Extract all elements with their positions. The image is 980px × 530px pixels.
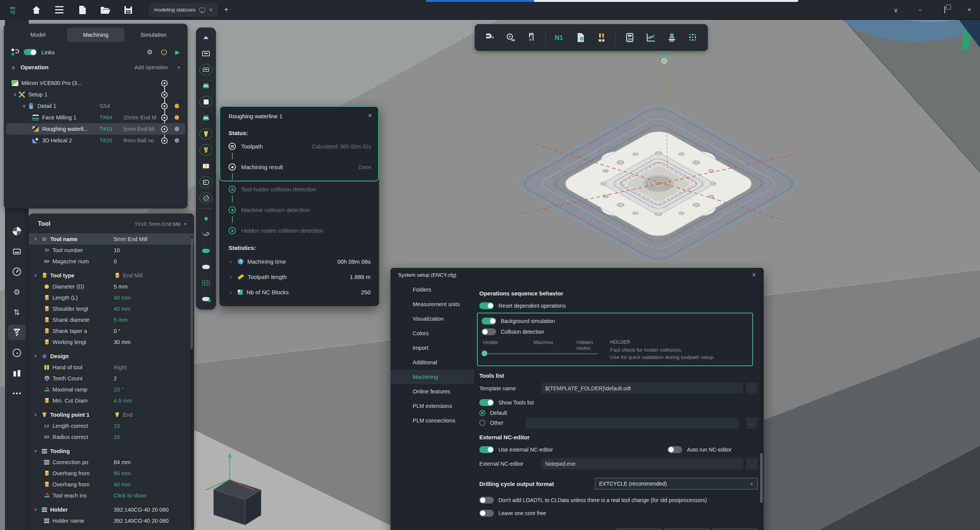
prop-length-correct[interactable]: L# Length correct 10: [29, 420, 194, 431]
sidebar-item-columns[interactable]: [8, 365, 26, 381]
prop-length[interactable]: Length (L) 40 mm: [29, 292, 194, 303]
collision-detection-toggle-row[interactable]: Collision detection: [482, 326, 748, 337]
prop-design-group[interactable]: ∨ ⚙ Design: [29, 351, 194, 362]
prop-tool-reach[interactable]: Tool reach ins Click to show: [29, 490, 194, 501]
chevron-down-icon[interactable]: ∨: [21, 103, 28, 109]
prop-tool-number[interactable]: T# Tool number 10: [29, 245, 194, 256]
prop-connection-point[interactable]: Connection po 84 mm: [29, 457, 194, 468]
window-dropdown-button[interactable]: ∨: [891, 7, 900, 14]
collision-level-slider[interactable]: [482, 353, 598, 354]
mesh-display-icon[interactable]: [199, 277, 213, 289]
stock-visibility-icon[interactable]: [199, 192, 213, 204]
menu-item-measurement-units[interactable]: Measurement units: [390, 297, 474, 311]
apply-button[interactable]: Apply: [712, 528, 758, 530]
visibility-icon[interactable]: [161, 91, 168, 98]
prop-overhang-2[interactable]: Overhang from 40 mm: [29, 479, 194, 490]
result-display-icon[interactable]: [199, 293, 213, 305]
default-radio-row[interactable]: Default: [479, 408, 758, 418]
drilling-format-select[interactable]: EXTCYCLE (recommended) ∨: [595, 478, 758, 489]
tab-machining[interactable]: Machining: [67, 28, 125, 42]
toolpath-display-icon[interactable]: [199, 245, 213, 257]
fixture-visibility-icon[interactable]: [199, 112, 213, 124]
use-nc-editor-toggle-row[interactable]: Use external NC-editor: [479, 444, 553, 455]
slider-label-hidden-nodes[interactable]: Hidden nodes: [577, 339, 604, 351]
background-simulation-toggle-row[interactable]: Background simulation: [482, 316, 748, 326]
tree-row-face-milling[interactable]: Face Milling 1 T#64 20mm End M: [4, 112, 188, 123]
status-step-toolpath[interactable]: Toolpath Calculated: 00h 00m 02s: [229, 143, 371, 150]
operations-settings-icon[interactable]: ⚙: [147, 48, 152, 56]
save-button[interactable]: [123, 5, 133, 15]
prop-tooling-group[interactable]: ∨ Tooling: [29, 445, 194, 457]
show-tools-list-toggle-row[interactable]: Show Tools list: [479, 397, 758, 408]
sidebar-item-tool[interactable]: [8, 325, 26, 340]
close-icon[interactable]: ×: [752, 271, 756, 279]
scrollbar[interactable]: [760, 285, 763, 530]
browse-other-button[interactable]: ...: [746, 417, 758, 429]
visibility-icon[interactable]: [161, 114, 168, 121]
prop-shank-diameter[interactable]: Shank diamete 5 mm: [29, 314, 194, 325]
slider-label-machine[interactable]: Machine: [534, 339, 553, 345]
scrollbar[interactable]: [191, 236, 193, 527]
document-tab[interactable]: modeling statuses ×: [149, 3, 218, 17]
workpiece-visibility-icon[interactable]: [199, 96, 213, 108]
prop-min-cut-diameter[interactable]: Min. Cut Diam 4.5 mm: [29, 395, 194, 406]
prop-tool-name[interactable]: ∨ ID Tool name 5mm End Mill: [29, 233, 194, 245]
recalculate-icon[interactable]: [161, 49, 167, 55]
menu-item-machining[interactable]: Machining: [390, 370, 474, 384]
home-button[interactable]: [31, 5, 41, 15]
prop-shank-taper[interactable]: Shank taper a 0 °: [29, 325, 194, 336]
status-step-machining-result[interactable]: Machining result Done: [229, 163, 371, 171]
links-toggle[interactable]: [24, 49, 37, 55]
expand-icon[interactable]: ›: [230, 259, 234, 265]
sidebar-item-dashboard[interactable]: [8, 264, 26, 279]
machine-visibility-icon[interactable]: [199, 47, 213, 60]
point-display-icon[interactable]: [199, 212, 213, 225]
prop-hand-of-tool[interactable]: Hand of tool Right: [29, 362, 194, 373]
visibility-icon[interactable]: [161, 103, 168, 109]
slider-label-holder[interactable]: Holder: [483, 339, 498, 345]
expand-icon[interactable]: ›: [230, 289, 234, 295]
visibility-icon[interactable]: [161, 137, 168, 144]
new-tab-button[interactable]: +: [224, 5, 229, 14]
machine-housing-visibility-icon[interactable]: [199, 64, 213, 76]
other-template-input[interactable]: [526, 417, 738, 429]
tree-row-detail[interactable]: ∨ Detail 1 G54: [4, 100, 188, 112]
stat-nc-blocks[interactable]: › Nb of NC Blocks 250: [230, 289, 371, 295]
measure-button[interactable]: [502, 29, 519, 46]
tab-simulation[interactable]: Simulation: [124, 28, 182, 42]
menu-item-folders[interactable]: Folders: [390, 282, 474, 297]
slider-knob[interactable]: [482, 351, 487, 356]
visibility-icon[interactable]: [161, 80, 168, 86]
tool-assembly-button[interactable]: [663, 29, 681, 46]
sidebar-item-gauge[interactable]: [8, 345, 26, 360]
cancel-button[interactable]: Cancel: [665, 528, 710, 530]
surface-display-icon[interactable]: [199, 261, 213, 273]
postprocessor-button[interactable]: [572, 29, 590, 46]
snap-button[interactable]: [481, 29, 498, 46]
menu-item-plm-extensions[interactable]: PLM extensions: [390, 399, 474, 413]
prop-tool-type[interactable]: ∨ Tool type End Mill: [29, 270, 194, 281]
statistics-button[interactable]: [642, 29, 660, 46]
chevron-down-icon[interactable]: ∨: [11, 92, 18, 97]
menu-button[interactable]: [54, 5, 64, 15]
click-to-show-link[interactable]: Click to show: [114, 492, 146, 499]
tool-library-button[interactable]: [593, 29, 611, 46]
window-minimize-button[interactable]: –: [916, 7, 925, 13]
menu-item-plm-connections[interactable]: PLM connections: [390, 413, 474, 428]
collapse-operation-icon[interactable]: ∧: [11, 65, 15, 70]
sidebar-item-machine[interactable]: [8, 244, 26, 259]
expand-icon[interactable]: ›: [230, 274, 234, 280]
calculator-button[interactable]: [621, 29, 639, 46]
menu-item-online-features[interactable]: Online features: [390, 384, 474, 399]
status-check-machine[interactable]: Machine collision detection: [229, 206, 371, 214]
collapse-toolbar-icon[interactable]: [199, 31, 213, 44]
add-operation-button[interactable]: Add operation: [134, 64, 168, 70]
auto-run-nc-editor-toggle-row[interactable]: Auto run NC-editor: [668, 444, 732, 455]
status-check-hidden-nodes[interactable]: Hidden nodes collision detection: [229, 227, 371, 234]
machining-grid-button[interactable]: [684, 29, 702, 46]
new-file-button[interactable]: [77, 5, 87, 15]
sidebar-item-settings[interactable]: ⚙: [8, 284, 26, 300]
tree-row-3d-helical[interactable]: 3D Helical 2 T#20 8mm Ball no: [4, 135, 188, 146]
curve-display-icon[interactable]: [199, 228, 213, 241]
tree-row-roughing-waterline[interactable]: Roughing waterli... T#10 5mm End Mi: [6, 123, 185, 135]
